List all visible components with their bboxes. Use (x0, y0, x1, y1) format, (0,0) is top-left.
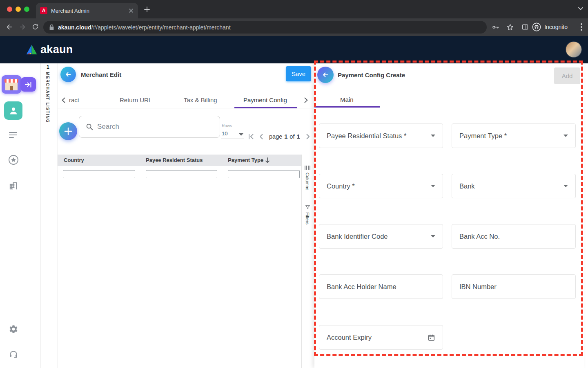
sort-desc-icon (265, 157, 270, 163)
columns-button[interactable]: Columns (302, 165, 313, 190)
input-ibn-number[interactable]: IBN Number (452, 274, 576, 299)
address-bar[interactable]: akaun.cloud/#/applets/wavelet/erp/entity… (43, 21, 487, 34)
first-page-icon[interactable] (247, 133, 254, 140)
tabs-scroll-right-icon[interactable] (304, 97, 308, 103)
screen: A Merchant Admin akaun.cloud/#/applets/w… (0, 0, 588, 368)
browser-reload-button[interactable] (32, 23, 39, 30)
browser-back-button[interactable] (6, 23, 13, 31)
add-record-button[interactable] (59, 122, 77, 140)
rows-per-page-label: Rows (222, 123, 232, 128)
input-bank-acc-holder-name[interactable]: Bank Acc Holder Name (319, 274, 443, 299)
search-placeholder: Search (97, 123, 119, 131)
window-close-button[interactable] (7, 7, 12, 12)
columns-icon (305, 165, 310, 170)
caret-down-icon (564, 135, 568, 137)
incognito-badge: Incognito (532, 20, 568, 34)
tab-title: Merchant Admin (51, 8, 125, 14)
rows-per-page-value[interactable]: 10 (222, 130, 227, 137)
select-bank-identifier-code[interactable]: Bank Identifier Code (319, 224, 443, 249)
bookmark-star-icon[interactable] (506, 23, 514, 31)
payment-config-back-button[interactable] (317, 67, 334, 83)
nav-rail: 1 MERCHANT LISTING (41, 63, 57, 368)
filter-input-payment-type[interactable] (228, 170, 300, 178)
user-avatar[interactable] (566, 42, 581, 57)
select-payee-residential-status[interactable]: Payee Residential Status * (319, 123, 443, 148)
plus-icon (64, 127, 73, 136)
tab-tax-billing[interactable]: Tax & Billing (184, 96, 217, 103)
site-favicon-icon: A (40, 7, 47, 14)
tab-close-icon[interactable] (128, 8, 134, 13)
active-tab-indicator (234, 107, 297, 108)
column-header-payee-resident-status[interactable]: Payee Resident Status (146, 157, 203, 163)
back-arrow-icon (322, 72, 329, 78)
window-minimize-button[interactable] (16, 7, 21, 12)
rows-select-underline (221, 139, 244, 139)
caret-down-icon (431, 135, 435, 137)
enter-arrow-icon (24, 81, 32, 89)
app-sidebar (0, 63, 41, 368)
select-payment-type[interactable]: Payment Type * (452, 123, 576, 148)
pagination: page 1 of 1 (247, 133, 322, 140)
rows-caret-down-icon[interactable] (239, 133, 243, 136)
column-header-country[interactable]: Country (64, 157, 84, 163)
browser-menu-kebab-icon[interactable] (581, 23, 582, 31)
app-header: akaun (0, 36, 588, 63)
support-headset-icon[interactable] (9, 349, 18, 359)
akaun-logo-icon (26, 45, 38, 55)
search-icon (86, 123, 93, 130)
select-country[interactable]: Country * (319, 174, 443, 198)
side-panel-icon[interactable] (521, 23, 529, 31)
filters-button[interactable]: Filters (302, 204, 313, 224)
rail-vertical-label: MERCHANT LISTING (45, 72, 50, 123)
filter-input-country[interactable] (63, 170, 135, 178)
sidebar-item-organization[interactable] (9, 181, 18, 191)
applet-enter-button[interactable] (20, 77, 36, 92)
password-key-icon[interactable] (492, 23, 499, 31)
sidebar-item-favorites[interactable] (8, 155, 19, 165)
settings-gear-icon[interactable] (9, 324, 18, 334)
back-arrow-icon (65, 71, 71, 78)
merchant-edit-panel: Merchant Edit Save ract Return URL Tax &… (57, 63, 312, 368)
tab-payment-config[interactable]: Payment Config (243, 96, 287, 103)
input-bank-acc-no[interactable]: Bank Acc No. (452, 224, 576, 249)
tab-main[interactable]: Main (340, 96, 354, 103)
funnel-icon (305, 204, 310, 210)
caret-down-icon (431, 185, 435, 187)
tabs-scroll-left-icon[interactable] (62, 97, 65, 103)
save-button[interactable]: Save (286, 66, 311, 81)
browser-tab[interactable]: A Merchant Admin (36, 3, 138, 18)
url-path: /#/applets/wavelet/erp/entity/merchant-a… (91, 24, 231, 31)
table-side-rail: Columns Filters (301, 155, 313, 368)
column-header-payment-type[interactable]: Payment Type (228, 157, 270, 163)
right-panel-title: Payment Config Create (338, 72, 405, 79)
caret-down-icon (431, 235, 435, 238)
sidebar-item-profile[interactable] (4, 101, 22, 120)
prev-page-icon[interactable] (258, 133, 265, 140)
merchant-edit-back-button[interactable] (60, 67, 76, 82)
select-bank[interactable]: Bank (452, 174, 576, 198)
browser-forward-button[interactable] (19, 23, 26, 31)
tab-return-url[interactable]: Return URL (120, 96, 152, 103)
merchant-edit-tabbar: ract Return URL Tax & Billing Payment Co… (58, 92, 313, 108)
tab-search-chevron-icon[interactable] (578, 7, 583, 10)
next-page-icon[interactable] (304, 133, 312, 140)
window-zoom-button[interactable] (24, 7, 29, 12)
calendar-icon[interactable] (428, 334, 435, 341)
person-icon (9, 106, 18, 116)
table-header: Country Payee Resident Status Payment Ty… (58, 155, 301, 166)
search-input[interactable]: Search (79, 116, 220, 138)
new-tab-button[interactable] (144, 6, 150, 13)
add-button-disabled[interactable]: Add (554, 67, 580, 84)
sidebar-item-merchant-applet[interactable] (2, 75, 21, 94)
payment-config-create-panel: Payment Config Create Add Main Payee Res… (314, 63, 584, 368)
filter-input-payee-resident-status[interactable] (146, 170, 217, 178)
url-domain: akaun.cloud (58, 24, 91, 31)
table-filter-row (58, 166, 301, 181)
rail-badge-number: 1 (47, 64, 49, 70)
sidebar-item-listing[interactable] (9, 131, 18, 139)
lock-icon (49, 24, 54, 30)
window-controls (7, 7, 29, 12)
input-account-expiry[interactable]: Account Expiry (319, 325, 443, 350)
caret-down-icon (564, 185, 568, 187)
tab-contract[interactable]: ract (69, 96, 79, 103)
